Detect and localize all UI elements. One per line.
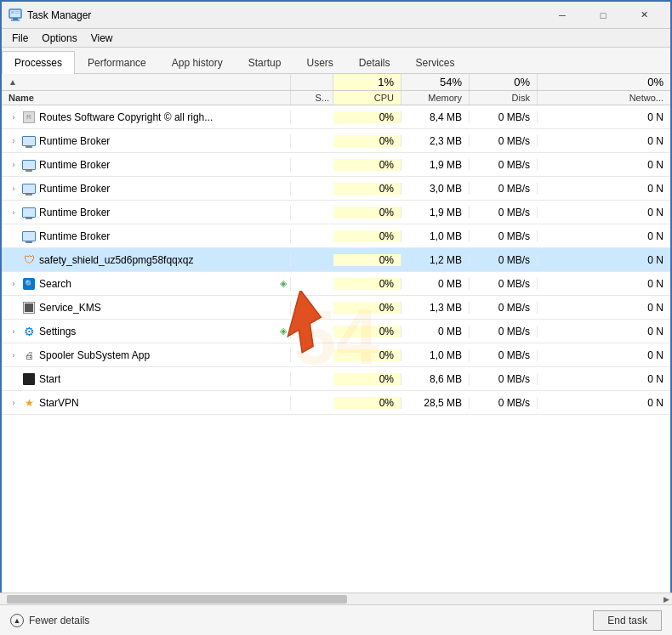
process-name-label: Settings bbox=[39, 326, 276, 337]
process-name-cell: › 🔍 Search ◈ bbox=[2, 277, 291, 291]
end-task-button[interactable]: End task bbox=[593, 610, 662, 631]
mem-label[interactable]: Memory bbox=[401, 91, 470, 105]
table-row[interactable]: › Runtime Broker 0% 2,3 MB 0 MB/s 0 N bbox=[2, 129, 670, 153]
process-disk-cell: 0 MB/s bbox=[470, 135, 538, 147]
process-name-label: Start bbox=[39, 373, 287, 385]
expand-icon[interactable]: › bbox=[9, 136, 19, 146]
disk-label[interactable]: Disk bbox=[470, 91, 538, 105]
cpu-col-header[interactable]: 1% bbox=[333, 74, 401, 90]
expand-icon[interactable] bbox=[9, 231, 19, 241]
net-col-header[interactable]: 0% bbox=[538, 74, 670, 90]
cpu-label[interactable]: CPU bbox=[333, 91, 401, 105]
table-row[interactable]: › Runtime Broker 0% 3,0 MB 0 MB/s 0 N bbox=[2, 177, 670, 201]
table-row[interactable]: › ★ StarVPN 0% 28,5 MB 0 MB/s 0 N bbox=[2, 391, 670, 415]
expand-icon[interactable]: › bbox=[9, 184, 19, 194]
table-row[interactable]: Service_KMS 0% 1,3 MB 0 MB/s 0 N bbox=[2, 296, 670, 320]
process-net-cell: 0 N bbox=[538, 373, 670, 385]
process-net-cell: 0 N bbox=[538, 111, 670, 123]
main-content: 54 ▲ 1% 54% 0% 0% Name S... CPU Memory D… bbox=[2, 74, 670, 600]
expand-icon[interactable]: › bbox=[9, 350, 19, 360]
status-label[interactable]: S... bbox=[291, 91, 333, 105]
window-title: Task Manager bbox=[27, 9, 543, 21]
table-row[interactable]: Runtime Broker 0% 1,0 MB 0 MB/s 0 N bbox=[2, 224, 670, 248]
maximize-button[interactable]: □ bbox=[584, 2, 623, 29]
app-icon bbox=[9, 9, 22, 22]
net-label[interactable]: Netwo... bbox=[538, 91, 670, 105]
process-icon bbox=[22, 134, 36, 148]
process-name-cell: Runtime Broker bbox=[2, 230, 291, 243]
tab-startup[interactable]: Startup bbox=[236, 51, 294, 74]
table-row[interactable]: 🛡 safety_shield_uz5d6pmg58fqqxqz 0% 1,2 … bbox=[2, 248, 670, 272]
table-row[interactable]: › 🖨 Spooler SubSystem App 0% 1,0 MB 0 MB… bbox=[2, 343, 670, 367]
process-cpu-cell: 0% bbox=[333, 373, 401, 385]
process-icon bbox=[22, 372, 36, 386]
tab-services[interactable]: Services bbox=[403, 51, 468, 74]
menu-view[interactable]: View bbox=[84, 31, 120, 46]
process-mem-cell: 1,3 MB bbox=[401, 302, 470, 314]
horizontal-scrollbar[interactable]: ▶ bbox=[0, 592, 672, 604]
table-row[interactable]: › ⚙ Settings ◈ 0% 0 MB 0 MB/s 0 N bbox=[2, 320, 670, 343]
process-mem-cell: 8,6 MB bbox=[401, 373, 470, 385]
expand-icon[interactable]: › bbox=[9, 398, 19, 408]
tab-bar: Processes Performance App history Startu… bbox=[2, 48, 670, 74]
process-cpu-cell: 0% bbox=[333, 159, 401, 171]
process-disk-cell: 0 MB/s bbox=[470, 349, 538, 361]
process-cpu-cell: 0% bbox=[333, 183, 401, 195]
expand-icon[interactable] bbox=[9, 374, 19, 384]
close-button[interactable]: ✕ bbox=[624, 2, 663, 29]
process-net-cell: 0 N bbox=[538, 230, 670, 242]
process-net-cell: 0 N bbox=[538, 254, 670, 266]
table-row[interactable]: › R Routes Software Copyright © all righ… bbox=[2, 105, 670, 129]
tab-performance[interactable]: Performance bbox=[75, 51, 159, 74]
tab-details[interactable]: Details bbox=[346, 51, 403, 74]
process-cpu-cell: 0% bbox=[333, 135, 401, 147]
table-row[interactable]: › Runtime Broker 0% 1,9 MB 0 MB/s 0 N bbox=[2, 153, 670, 177]
process-cpu-cell: 0% bbox=[333, 254, 401, 266]
menu-options[interactable]: Options bbox=[35, 31, 83, 46]
process-name-cell: › Runtime Broker bbox=[2, 134, 291, 148]
title-bar: Task Manager ─ □ ✕ bbox=[2, 2, 670, 29]
process-mem-cell: 8,4 MB bbox=[401, 111, 470, 123]
expand-icon[interactable] bbox=[9, 255, 19, 265]
process-cpu-cell: 0% bbox=[333, 397, 401, 409]
expand-icon[interactable] bbox=[9, 303, 19, 313]
disk-col-header[interactable]: 0% bbox=[470, 74, 538, 90]
process-cpu-cell: 0% bbox=[333, 278, 401, 290]
minimize-button[interactable]: ─ bbox=[543, 2, 582, 29]
expand-icon[interactable]: › bbox=[9, 326, 19, 337]
bottom-bar: ▲ Fewer details End task bbox=[0, 604, 672, 635]
process-name-cell: › Runtime Broker bbox=[2, 182, 291, 196]
table-row[interactable]: Start 0% 8,6 MB 0 MB/s 0 N bbox=[2, 367, 670, 391]
process-name-cell: › 🖨 Spooler SubSystem App bbox=[2, 349, 291, 362]
name-label[interactable]: Name bbox=[2, 91, 291, 105]
expand-icon[interactable]: › bbox=[9, 279, 19, 289]
expand-icon[interactable]: › bbox=[9, 112, 19, 122]
process-disk-cell: 0 MB/s bbox=[470, 373, 538, 385]
process-cpu-cell: 0% bbox=[333, 349, 401, 361]
window-controls: ─ □ ✕ bbox=[543, 2, 663, 29]
process-icon: 🛡 bbox=[22, 253, 36, 267]
table-row[interactable]: › Runtime Broker 0% 1,9 MB 0 MB/s 0 N bbox=[2, 201, 670, 224]
process-icon bbox=[22, 230, 36, 243]
process-mem-cell: 1,9 MB bbox=[401, 159, 470, 171]
table-row[interactable]: › 🔍 Search ◈ 0% 0 MB 0 MB/s 0 N bbox=[2, 272, 670, 296]
process-disk-cell: 0 MB/s bbox=[470, 183, 538, 195]
process-mem-cell: 1,9 MB bbox=[401, 207, 470, 218]
hscroll-right-arrow[interactable]: ▶ bbox=[660, 593, 672, 605]
process-icon bbox=[22, 158, 36, 172]
hscroll-thumb[interactable] bbox=[7, 595, 347, 604]
expand-icon[interactable]: › bbox=[9, 207, 19, 218]
process-cpu-cell: 0% bbox=[333, 326, 401, 337]
process-disk-cell: 0 MB/s bbox=[470, 278, 538, 290]
menu-file[interactable]: File bbox=[5, 31, 35, 46]
tab-app-history[interactable]: App history bbox=[159, 51, 236, 74]
expand-icon[interactable]: › bbox=[9, 160, 19, 170]
fewer-details-button[interactable]: ▲ Fewer details bbox=[10, 614, 89, 627]
process-name-label: Runtime Broker bbox=[39, 159, 287, 171]
tab-processes[interactable]: Processes bbox=[2, 51, 75, 74]
mem-usage-pct: 54% bbox=[440, 76, 462, 88]
leaf-icon: ◈ bbox=[280, 326, 287, 337]
mem-col-header[interactable]: 54% bbox=[401, 74, 470, 90]
process-icon: 🔍 bbox=[22, 277, 36, 291]
tab-users[interactable]: Users bbox=[293, 51, 345, 74]
